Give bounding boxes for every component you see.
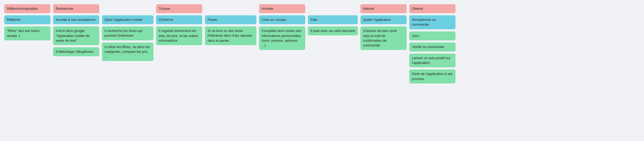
blue-card-reflexion-0: Réfléchit	[4, 15, 50, 24]
blue-card-rechercher-0: Accède à son smartphone	[53, 15, 99, 24]
blue-card-acheter2-0: Paie	[308, 15, 358, 24]
column-header-rechercher: Rechercher	[53, 4, 99, 13]
column-acheter: AcheterCréé un compteComplète alors tout…	[259, 4, 305, 83]
header-spacer	[205, 4, 256, 13]
column-obtenir: ObtenirRéceptionne sa commandeJoie !Véri…	[409, 4, 455, 83]
column-acheter2: PaieIl paie avec sa carte bancaire	[308, 4, 358, 83]
green-card-rechercher-0: Il écrit dans google "Application mobile…	[53, 26, 99, 45]
kanban-board: Réflexion/inspirationRéfléchit"Rêve" des…	[0, 0, 644, 88]
green-card-rechercher2-1: Il utilise les filtres, va dans les caté…	[102, 43, 153, 61]
column-rechercher2: Dans l'application mobileIl recherche le…	[102, 4, 153, 83]
column-header-acheter: Acheter	[259, 4, 305, 13]
column-header-reflexion: Réflexion/inspiration	[4, 4, 50, 13]
column-attente: AttenteQuitte l'applicationS'assure de b…	[360, 4, 407, 83]
green-card-acheter-0: Complète alors toutes ses informations p…	[259, 26, 305, 50]
blue-card-attente-0: Quitte l'application	[360, 15, 407, 24]
header-spacer	[308, 4, 358, 13]
column-header-trouver: Trouver	[156, 4, 202, 13]
green-card-obtenir-0: Joie !	[409, 31, 455, 40]
blue-card-acheter-0: Créé un compte	[259, 15, 305, 24]
column-rechercher: RechercherAccède à son smartphoneIl écri…	[53, 4, 99, 83]
blue-card-trouver-0: S'informe	[156, 15, 202, 24]
blue-card-rechercher2-0: Dans l'application mobile	[102, 15, 153, 24]
column-trouver: TrouverS'informeIl regarde brièvement le…	[156, 4, 202, 83]
column-header-attente: Attente	[360, 4, 407, 13]
green-card-obtenir-1: Vérifié sa commande	[409, 43, 455, 51]
green-card-trouver-0: Il regarde brièvement les avis, les prix…	[156, 26, 202, 45]
green-card-acheter2-0: Il paie avec sa carte bancaire	[308, 26, 358, 35]
column-trouver2: PanierSi un livre ou des livres l'intére…	[205, 4, 256, 83]
column-reflexion: Réflexion/inspirationRéfléchit"Rêve" des…	[4, 4, 50, 83]
green-card-rechercher-1: Il télécharge UBuyBooks	[53, 47, 99, 56]
green-card-trouver2-0: Si un livre ou des livres l'intéresse al…	[205, 26, 256, 45]
column-header-obtenir: Obtenir	[409, 4, 455, 13]
green-card-reflexion-0: "Rêve" des ses futurs achats :)	[4, 26, 50, 40]
header-spacer	[102, 4, 153, 13]
blue-card-trouver2-0: Panier	[205, 15, 256, 24]
blue-card-obtenir-0: Réceptionne sa commande	[409, 15, 455, 29]
green-card-rechercher2-0: Il recherche les livres qui pourrait l'i…	[102, 26, 153, 40]
green-card-obtenir-3: Parle de l'application à ses proches	[409, 69, 455, 83]
green-card-attente-0: S'assure de bien avoir reçu le mail de c…	[360, 26, 407, 50]
green-card-obtenir-2: Laisser un avis positif sur l'applicatio…	[409, 54, 455, 67]
